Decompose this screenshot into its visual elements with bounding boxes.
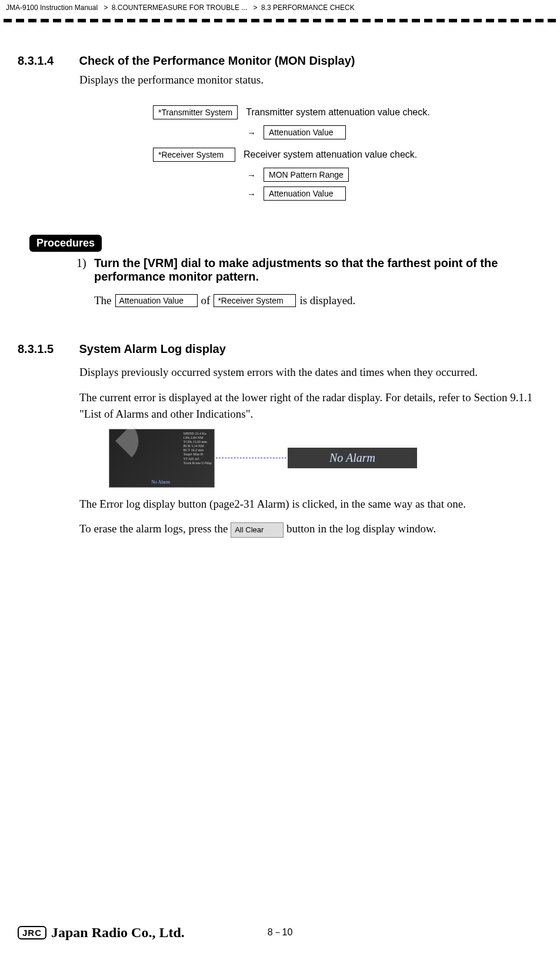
arrow-icon: → — [247, 128, 264, 138]
page-footer: JRC Japan Radio Co., Ltd. 8－10 — [0, 927, 560, 939]
section2-p3: The Error log display button (page2-31 A… — [79, 496, 542, 513]
text-of: of — [201, 294, 211, 307]
section-heading-1: 8.3.1.4 Check of the Performance Monitor… — [18, 54, 542, 68]
all-clear-button[interactable]: All Clear — [231, 522, 284, 538]
attenuation-value-box: Attenuation Value — [264, 125, 346, 139]
section2-p1: Displays previously occurred system erro… — [79, 364, 542, 381]
leader-line — [216, 458, 286, 458]
p4-text-a: To erase the alarm logs, press the — [79, 522, 231, 535]
jrc-logo: JRC Japan Radio Co., Ltd. — [18, 925, 185, 941]
breadcrumb: JMA-9100 Instruction Manual > 8.COUNTERM… — [0, 0, 560, 12]
section-number: 8.3.1.5 — [18, 342, 76, 356]
attenuation-value-box-2: Attenuation Value — [264, 186, 346, 201]
mon-diagram: *Transmitter System Transmitter system a… — [153, 104, 542, 201]
company-name: Japan Radio Co., Ltd. — [51, 925, 185, 941]
step-number: 1) — [76, 256, 86, 270]
breadcrumb-section: 8.3 PERFORMANCE CHECK — [261, 4, 355, 12]
receiver-system-box: *Receiver System — [153, 148, 235, 162]
step-text: Turn the [VRM] dial to make adjustments … — [94, 256, 498, 283]
arrow-icon: → — [247, 170, 264, 180]
section-intro: Displays the performance monitor status. — [79, 74, 542, 86]
text-is-displayed: is displayed. — [299, 294, 355, 307]
procedure-step-1: 1) Turn the [VRM] dial to make adjustmen… — [94, 256, 542, 307]
no-alarm-callout: No Alarm — [288, 448, 417, 468]
jrc-badge: JRC — [18, 926, 46, 939]
manual-name: JMA-9100 Instruction Manual — [6, 4, 98, 12]
attenuation-value-inline: Attenuation Value — [115, 294, 198, 307]
mon-pattern-range-box: MON Pattern Range — [264, 168, 349, 182]
p4-text-b: button in the log display window. — [286, 522, 436, 535]
radar-thumbnail: SPEED 23.4 KnCPA 2.84 NMTCPA 13.00 minBC… — [109, 429, 215, 488]
arrow-icon: → — [247, 189, 264, 199]
section-heading-2: 8.3.1.5 System Alarm Log display — [18, 342, 542, 356]
section-title: Check of the Performance Monitor (MON Di… — [79, 54, 355, 68]
section2-p4: To erase the alarm logs, press the All C… — [79, 521, 542, 538]
transmitter-system-box: *Transmitter System — [153, 105, 238, 119]
divider-dashed — [0, 13, 560, 31]
breadcrumb-separator: > — [104, 4, 108, 12]
step-detail: The Attenuation Value of *Receiver Syste… — [94, 294, 542, 307]
breadcrumb-separator: > — [254, 4, 258, 12]
receiver-system-inline: *Receiver System — [214, 294, 296, 307]
procedures-badge: Procedures — [29, 235, 102, 252]
transmitter-desc: Transmitter system attenuation value che… — [246, 107, 429, 118]
text-the: The — [94, 294, 112, 307]
section-title: System Alarm Log display — [79, 342, 225, 356]
breadcrumb-chapter: 8.COUNTERMEASURE FOR TROUBLE ... — [112, 4, 247, 12]
section-number: 8.3.1.4 — [18, 54, 76, 68]
page-number: 8－10 — [268, 927, 293, 939]
receiver-desc: Receiver system attenuation value check. — [244, 149, 417, 160]
radar-alarm-figure: SPEED 23.4 KnCPA 2.84 NMTCPA 13.00 minBC… — [109, 429, 542, 488]
section2-p2: The current error is displayed at the lo… — [79, 389, 542, 423]
